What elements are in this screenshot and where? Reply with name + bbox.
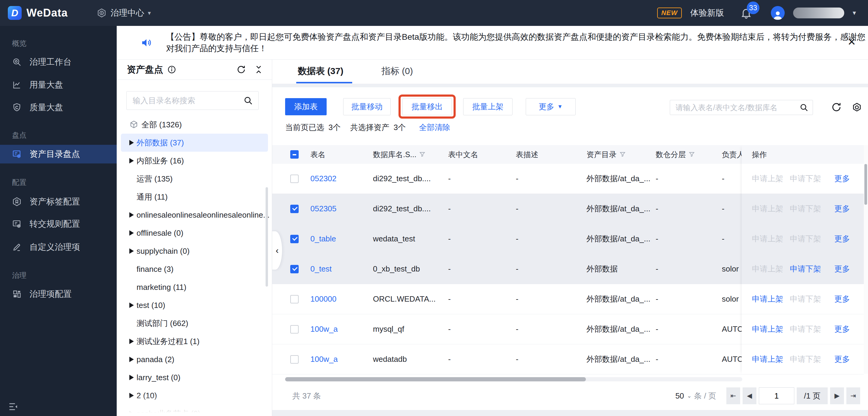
action-request-unpublish[interactable]: 申请下架 [790, 324, 821, 334]
tree-item-all[interactable]: 全部 (1326) [121, 116, 268, 133]
expand-arrow-icon[interactable] [129, 357, 136, 362]
action-request-publish[interactable]: 申请上架 [752, 234, 783, 244]
sidebar-item-asset-tag-config[interactable]: 资产标签配置 [0, 192, 117, 211]
search-icon[interactable] [243, 96, 253, 106]
action-request-unpublish[interactable]: 申请下架 [790, 234, 821, 244]
horizontal-scrollbar[interactable] [285, 377, 586, 381]
sidebar-collapse-button[interactable] [8, 402, 19, 412]
action-request-publish[interactable]: 申请上架 [752, 294, 783, 304]
tree-item[interactable]: onlinesaleonlinesaleonlinesaleonline... [121, 206, 268, 224]
table-name-link[interactable]: 100w_a [310, 325, 338, 333]
tree-item[interactable]: offlinesale (0) [121, 224, 268, 242]
announcement-close-icon[interactable]: ✕ [847, 37, 856, 47]
try-new-version-link[interactable]: 体验新版 [690, 7, 724, 19]
tree-scrollbar[interactable] [266, 187, 268, 287]
col-description[interactable]: 表描述 [516, 150, 587, 159]
page-size-select[interactable]: 50 ⌄ [675, 391, 691, 400]
expand-arrow-icon[interactable] [129, 302, 136, 308]
filter-funnel-icon[interactable] [620, 151, 626, 157]
row-checkbox[interactable] [290, 205, 299, 213]
sidebar-item-transfer-rule-config[interactable]: 转交规则配置 [0, 215, 117, 233]
col-catalog[interactable]: 资产目录 [587, 150, 656, 159]
tree-item[interactable]: panada (2) [121, 350, 268, 368]
action-more[interactable]: 更多 [834, 354, 850, 364]
table-name-link[interactable]: 052305 [310, 204, 337, 213]
action-request-unpublish[interactable]: 申请下架 [790, 173, 821, 184]
column-settings-gear-icon[interactable] [851, 102, 862, 113]
sidebar-item-governance-config[interactable]: 治理项配置 [0, 285, 117, 303]
tab-data-tables[interactable]: 数据表 (37) [298, 65, 343, 77]
tree-item[interactable]: 测试部门 (662) [121, 314, 268, 332]
row-checkbox[interactable] [290, 265, 299, 273]
col-layer[interactable]: 数仓分层 [656, 150, 722, 159]
action-request-publish[interactable]: 申请上架 [752, 324, 783, 334]
batch-move-button[interactable]: 批量移动 [343, 98, 391, 115]
tree-item[interactable]: finance (3) [121, 260, 268, 278]
tab-metrics[interactable]: 指标 (0) [381, 65, 413, 77]
row-checkbox[interactable] [290, 235, 299, 243]
tree-item[interactable]: 测试业务过程1 (1) [121, 332, 268, 350]
sidebar-item-custom-governance[interactable]: 自定义治理项 [0, 238, 117, 256]
collapse-panel-icon[interactable] [254, 65, 264, 75]
action-request-publish[interactable]: 申请上架 [752, 204, 783, 214]
tree-item[interactable]: 2 (10) [121, 386, 268, 405]
avatar[interactable] [771, 6, 785, 20]
filter-funnel-icon[interactable] [419, 151, 425, 157]
tree-item[interactable]: 内部业务 (16) [121, 152, 268, 170]
tree-item[interactable]: 外部数据 (37) [121, 133, 268, 152]
expand-arrow-icon[interactable] [129, 393, 136, 398]
action-request-unpublish[interactable]: 申请下架 [790, 264, 821, 274]
table-name-link[interactable]: 052302 [310, 174, 337, 183]
row-checkbox[interactable] [290, 295, 299, 303]
col-cn-name[interactable]: 表中文名 [448, 150, 516, 159]
product-menu[interactable]: 治理中心 ▾ [97, 7, 151, 19]
action-more[interactable]: 更多 [834, 294, 850, 304]
expand-arrow-icon[interactable] [129, 158, 136, 164]
tree-item[interactable]: 运营 (135) [121, 170, 268, 188]
more-actions-button[interactable]: 更多▼ [526, 98, 576, 115]
tree-item[interactable]: 通用 (11) [121, 188, 268, 206]
notifications-button[interactable]: 33 [740, 7, 752, 19]
action-request-unpublish[interactable]: 申请下架 [790, 354, 821, 364]
search-icon[interactable] [799, 103, 808, 112]
sidebar-item-gov-workbench[interactable]: 治理工作台 [0, 53, 117, 71]
table-name-link[interactable]: 0_table [310, 234, 336, 243]
clear-all-link[interactable]: 全部清除 [419, 122, 450, 133]
refresh-table-icon[interactable] [831, 102, 842, 113]
tree-item[interactable]: sasha业务节点 (0) [121, 405, 268, 416]
tree-item[interactable]: test (10) [121, 296, 268, 314]
action-request-publish[interactable]: 申请上架 [752, 354, 783, 364]
action-request-unpublish[interactable]: 申请下架 [790, 204, 821, 214]
info-icon[interactable] [167, 65, 176, 74]
tree-item[interactable]: marketing (11) [121, 278, 268, 296]
next-page-button[interactable]: ▶ [830, 387, 844, 404]
wedata-logo-icon[interactable]: D [8, 6, 22, 20]
expand-arrow-icon[interactable] [129, 339, 136, 344]
tree-item[interactable]: larry_test (0) [121, 368, 268, 386]
action-more[interactable]: 更多 [834, 173, 850, 184]
sidebar-item-quality-dashboard[interactable]: 质量大盘 [0, 98, 117, 117]
col-database[interactable]: 数据库名.S... [373, 150, 448, 159]
action-more[interactable]: 更多 [834, 324, 850, 334]
add-table-button[interactable]: 添加表 [285, 98, 327, 115]
row-checkbox[interactable] [290, 325, 299, 333]
expand-arrow-icon[interactable] [129, 411, 136, 416]
tree-item[interactable]: supplychain (0) [121, 242, 268, 260]
action-more[interactable]: 更多 [834, 204, 850, 214]
table-name-link[interactable]: 0_test [310, 264, 332, 273]
vertical-scrollbar[interactable] [864, 164, 867, 205]
table-name-link[interactable]: 100000 [310, 294, 337, 303]
table-name-link[interactable]: 100w_a [310, 355, 338, 364]
action-more[interactable]: 更多 [834, 264, 850, 274]
sidebar-item-asset-catalog-inventory[interactable]: 资产目录盘点 [0, 145, 117, 164]
filter-funnel-icon[interactable] [689, 151, 695, 157]
account-chevron-down-icon[interactable]: ▾ [852, 9, 856, 17]
action-request-publish[interactable]: 申请上架 [752, 264, 783, 274]
action-request-unpublish[interactable]: 申请下架 [790, 294, 821, 304]
select-all-checkbox[interactable] [290, 150, 299, 159]
last-page-button[interactable]: ⇥ [846, 387, 860, 404]
expand-arrow-icon[interactable] [129, 248, 136, 254]
batch-remove-button[interactable]: 批量移出 [402, 98, 452, 115]
tree-search-input[interactable] [133, 96, 243, 106]
action-more[interactable]: 更多 [834, 234, 850, 244]
